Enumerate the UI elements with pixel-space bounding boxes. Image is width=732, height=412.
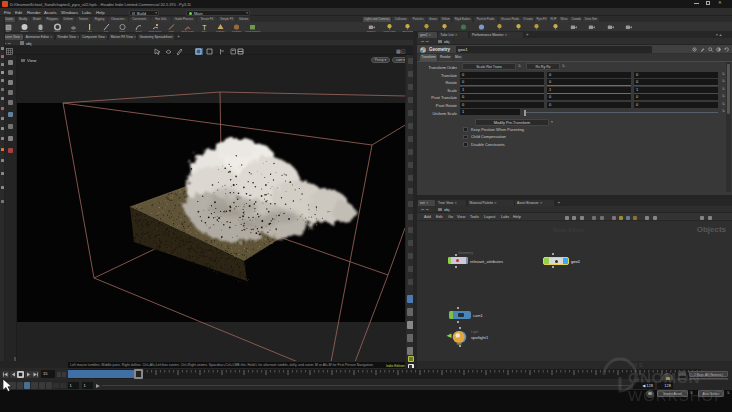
svg-text:WORKSHOP: WORKSHOP [628, 387, 725, 404]
svg-text:GNOMON: GNOMON [628, 369, 700, 386]
svg-text:THE: THE [628, 362, 645, 368]
